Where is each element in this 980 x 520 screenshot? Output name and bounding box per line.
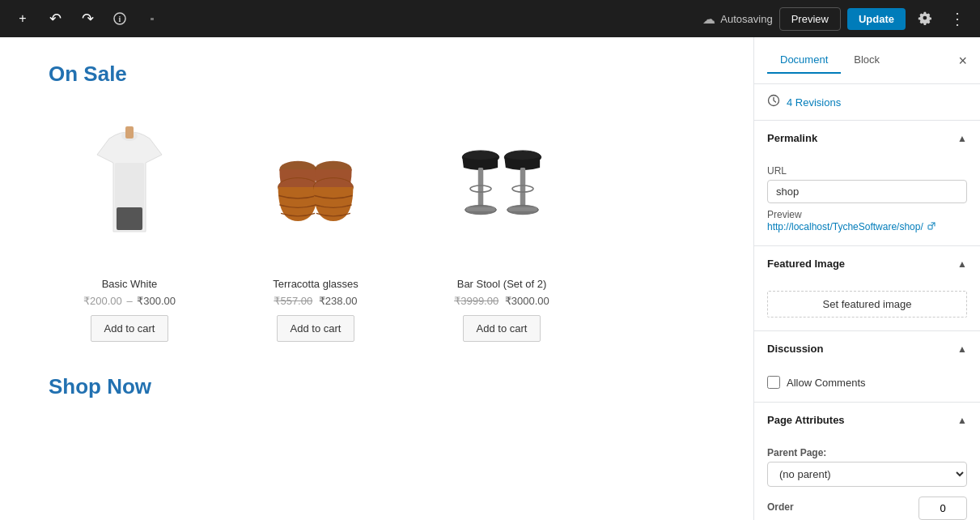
add-to-cart-pots[interactable]: Add to cart — [277, 315, 355, 342]
svg-rect-2 — [151, 18, 154, 19]
svg-rect-3 — [151, 19, 154, 19]
preview-url-link[interactable]: http://localhost/TycheSoftware/shop/ — [767, 221, 923, 232]
svg-rect-8 — [125, 126, 134, 139]
product-card-tshirt: Basic White ₹200.00 – ₹300.00 Add to car… — [49, 106, 210, 342]
more-options-button[interactable]: ⋮ — [944, 6, 970, 32]
sidebar: Document Block × 4 Revisions — [753, 37, 980, 520]
shop-now-title: Shop Now — [49, 374, 705, 399]
sidebar-header: Document Block × — [754, 37, 980, 84]
toolbar-right: ☁ Autosaving Preview Update ⋮ — [702, 6, 970, 32]
tools-button[interactable] — [139, 6, 165, 32]
allow-comments-label[interactable]: Allow Comments — [767, 376, 967, 389]
update-button[interactable]: Update — [847, 8, 906, 30]
discussion-chevron-icon: ▲ — [957, 343, 967, 355]
product-card-barstool: Bar Stool (Set of 2) ₹3999.00 ₹3000.00 A… — [421, 106, 583, 342]
page-attributes-title: Page Attributes — [767, 414, 845, 426]
discussion-header[interactable]: Discussion ▲ — [754, 331, 980, 366]
product-price-pots: ₹557.00 ₹238.00 — [235, 295, 397, 307]
svg-rect-21 — [508, 207, 537, 211]
redo-button[interactable]: ↷ — [74, 6, 100, 32]
featured-image-body: Set featured image — [754, 281, 980, 330]
product-name-barstool: Bar Stool (Set of 2) — [421, 278, 583, 290]
featured-image-header[interactable]: Featured Image ▲ — [754, 246, 980, 281]
discussion-title: Discussion — [767, 343, 823, 355]
parent-page-select[interactable]: (no parent) — [767, 462, 967, 487]
preview-area: Preview http://localhost/TycheSoftware/s… — [767, 208, 967, 232]
discussion-body: Allow Comments — [754, 366, 980, 402]
featured-image-section: Featured Image ▲ Set featured image — [754, 246, 980, 331]
history-icon — [767, 94, 780, 110]
set-featured-image-button[interactable]: Set featured image — [767, 291, 967, 318]
featured-image-title: Featured Image — [767, 258, 845, 270]
product-card-pots: Terracotta glasses ₹557.00 ₹238.00 Add t… — [235, 106, 397, 342]
product-price-barstool: ₹3999.00 ₹3000.00 — [421, 295, 583, 307]
discussion-section: Discussion ▲ Allow Comments — [754, 331, 980, 403]
svg-text:i: i — [119, 15, 121, 23]
permalink-header[interactable]: Permalink ▲ — [754, 121, 980, 156]
products-grid: Basic White ₹200.00 – ₹300.00 Add to car… — [49, 106, 705, 342]
price-new: ₹300.00 — [137, 295, 176, 307]
revisions-label: 4 Revisions — [787, 96, 841, 109]
permalink-chevron-icon: ▲ — [957, 133, 967, 144]
page-attributes-chevron-icon: ▲ — [957, 415, 967, 426]
featured-image-chevron-icon: ▲ — [957, 258, 967, 270]
allow-comments-text: Allow Comments — [787, 377, 866, 389]
order-label: Order — [767, 501, 794, 513]
page-attributes-section: Page Attributes ▲ Parent Page: (no paren… — [754, 403, 980, 520]
external-link-icon — [927, 223, 935, 232]
main-layout: On Sale — [0, 37, 980, 520]
price-new-pots: ₹238.00 — [319, 295, 358, 307]
svg-rect-19 — [520, 168, 526, 207]
preview-button[interactable]: Preview — [779, 7, 841, 31]
tab-block[interactable]: Block — [841, 47, 893, 74]
svg-rect-7 — [117, 207, 142, 230]
price-new-barstool: ₹3000.00 — [505, 295, 549, 307]
price-separator: – — [126, 295, 132, 307]
permalink-title: Permalink — [767, 132, 817, 144]
url-input[interactable] — [767, 180, 967, 203]
autosaving-status: ☁ Autosaving — [702, 11, 772, 27]
price-old-barstool: ₹3999.00 — [454, 295, 498, 307]
product-image-barstool — [421, 106, 583, 268]
page-attributes-body: Parent Page: (no parent) Order — [754, 437, 980, 520]
add-to-cart-barstool[interactable]: Add to cart — [463, 315, 541, 342]
svg-rect-16 — [466, 207, 495, 211]
product-name-tshirt: Basic White — [49, 278, 210, 290]
order-row: Order — [767, 497, 967, 520]
cloud-icon: ☁ — [702, 11, 715, 27]
url-label: URL — [767, 165, 967, 177]
product-name-pots: Terracotta glasses — [235, 278, 397, 290]
toolbar-left: + ↶ ↷ i — [10, 6, 165, 32]
parent-page-label: Parent Page: — [767, 447, 967, 458]
product-image-pots — [235, 106, 397, 268]
editor-area: On Sale — [0, 37, 753, 520]
add-block-button[interactable]: + — [10, 6, 36, 32]
allow-comments-checkbox[interactable] — [767, 376, 780, 389]
toolbar: + ↶ ↷ i ☁ Autosaving Preview Update — [0, 0, 980, 37]
order-input[interactable] — [918, 497, 967, 520]
autosaving-label: Autosaving — [720, 13, 772, 25]
svg-rect-4 — [151, 19, 154, 20]
price-old: ₹200.00 — [83, 295, 122, 307]
permalink-section: Permalink ▲ URL Preview http://localhost… — [754, 121, 980, 246]
sidebar-tabs: Document Block — [767, 47, 893, 74]
add-to-cart-tshirt[interactable]: Add to cart — [91, 315, 169, 342]
settings-button[interactable] — [912, 6, 938, 32]
on-sale-title: On Sale — [49, 62, 705, 87]
product-image-tshirt — [49, 106, 210, 268]
info-button[interactable]: i — [107, 6, 133, 32]
permalink-body: URL Preview http://localhost/TycheSoftwa… — [754, 156, 980, 245]
tab-document[interactable]: Document — [767, 47, 841, 74]
page-attributes-header[interactable]: Page Attributes ▲ — [754, 403, 980, 437]
revisions-bar: 4 Revisions — [754, 84, 980, 121]
product-price-tshirt: ₹200.00 – ₹300.00 — [49, 295, 210, 307]
price-old-pots: ₹557.00 — [274, 295, 312, 307]
undo-button[interactable]: ↶ — [42, 6, 68, 32]
sidebar-content: 4 Revisions Permalink ▲ URL Preview http… — [754, 84, 980, 520]
svg-rect-14 — [478, 168, 484, 207]
sidebar-close-button[interactable]: × — [958, 53, 967, 68]
preview-label: Preview — [767, 209, 802, 220]
